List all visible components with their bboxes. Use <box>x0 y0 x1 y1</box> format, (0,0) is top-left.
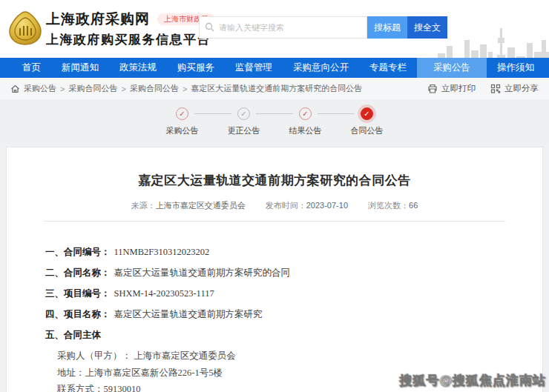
publish-time-label: 发布时间： <box>266 201 306 210</box>
print-button[interactable]: 立即打印 <box>427 83 476 94</box>
search-title-button[interactable]: 搜标题 <box>367 16 407 39</box>
check-icon: ✓ <box>361 107 373 120</box>
breadcrumb-item[interactable]: 采购合同公告 <box>130 83 179 94</box>
site-titles: 上海政府采购网 上海市财政局 上海政府购买服务信息平台 <box>46 10 215 48</box>
project-name-row: 四、项目名称：嘉定区大运量轨道交通前期方案研究 <box>45 310 542 319</box>
step-label: 合同公告 <box>336 125 398 136</box>
step-result-notice: ✓ 结果公告 <box>274 107 336 136</box>
nav-item-policy[interactable]: 政策法规 <box>109 58 167 78</box>
contract-name-row: 二、合同名称：嘉定区大运量轨道交通前期方案研究的合同 <box>45 268 542 278</box>
article-body: 一、合同编号：11NMB2F310312023202 二、合同名称：嘉定区大运量… <box>7 248 542 392</box>
step-correction-notice: ✓ 更正公告 <box>213 107 274 136</box>
breadcrumb-separator: > <box>60 84 65 93</box>
project-number-row: 三、项目编号：SHXM-14-20230523-1117 <box>45 289 542 299</box>
home-icon <box>10 84 20 93</box>
sohu-watermark: 搜狐号@搜狐焦点淮南站 <box>399 372 546 389</box>
contract-parties-heading: 五、合同主体 <box>45 330 542 340</box>
step-label: 采购公告 <box>151 125 213 136</box>
nav-item-special-topics[interactable]: 专题专栏 <box>359 58 417 78</box>
search-bar: 搜标题 搜全文 <box>199 16 447 39</box>
share-button[interactable]: 立即分享 <box>490 83 539 94</box>
breadcrumb-item[interactable]: 采购公告 <box>24 83 56 94</box>
nav-item-procurement-notices[interactable]: 采购公告 <box>417 58 487 78</box>
publish-time-value: 2023-07-10 <box>306 201 348 210</box>
views-label: 浏览次数： <box>368 201 409 210</box>
announcement-steps-band: ✓ 采购公告 ✓ 更正公告 ✓ 结果公告 ✓ 合同公告 <box>0 99 549 147</box>
main-nav: 首页 新闻通知 政策法规 购买服务 监督管理 采购意向公开 专题专栏 采购公告 … <box>0 58 549 78</box>
breadcrumb-item[interactable]: 采购合同公告 <box>68 83 117 94</box>
step-contract-notice: ✓ 合同公告 <box>336 107 398 136</box>
step-label: 更正公告 <box>213 125 274 136</box>
nav-item-supervision[interactable]: 监督管理 <box>225 58 283 78</box>
views-value: 66 <box>409 201 418 210</box>
site-title: 上海政府采购网 <box>46 10 150 29</box>
site-logo-icon <box>8 10 42 46</box>
nav-item-intent-disclosure[interactable]: 采购意向公开 <box>283 58 359 78</box>
check-icon: ✓ <box>237 107 250 120</box>
progress-steps: ✓ 采购公告 ✓ 更正公告 ✓ 结果公告 ✓ 合同公告 <box>0 107 549 136</box>
nav-item-news[interactable]: 新闻通知 <box>51 58 109 78</box>
search-icon <box>205 22 214 32</box>
qr-share-icon <box>490 84 501 93</box>
printer-icon <box>427 84 438 93</box>
nav-item-operation-guide[interactable]: 操作须知 <box>487 58 545 78</box>
source-label: 来源： <box>131 201 156 210</box>
purchaser-line: 采购人（甲方）： 上海市嘉定区交通委员会 <box>57 351 542 361</box>
search-input[interactable] <box>199 16 367 39</box>
article-meta: 来源：上海市嘉定区交通委员会 发布时间：2023-07-10 浏览次数：66 <box>7 200 542 211</box>
nav-item-cloud-trading[interactable]: 云采交易平台 <box>545 58 549 78</box>
article-title: 嘉定区大运量轨道交通前期方案研究的合同公告 <box>7 172 542 189</box>
article-panel: 嘉定区大运量轨道交通前期方案研究的合同公告 来源：上海市嘉定区交通委员会 发布时… <box>6 147 543 392</box>
breadcrumb: 采购公告 > 采购合同公告 > 采购合同公告 > 嘉定区大运量轨道交通前期方案研… <box>0 78 549 99</box>
check-icon: ✓ <box>176 107 188 120</box>
nav-item-home[interactable]: 首页 <box>12 58 51 78</box>
breadcrumb-separator: > <box>121 84 125 93</box>
contract-number-row: 一、合同编号：11NMB2F310312023202 <box>45 248 542 257</box>
breadcrumb-separator: > <box>183 84 187 93</box>
nav-item-purchase-service[interactable]: 购买服务 <box>167 58 225 78</box>
source-value: 上海市嘉定区交通委员会 <box>156 201 246 210</box>
divider <box>44 221 505 222</box>
breadcrumb-item-current: 嘉定区大运量轨道交通前期方案研究的合同公告 <box>191 83 362 94</box>
check-icon: ✓ <box>299 107 312 120</box>
step-procurement-notice: ✓ 采购公告 <box>151 107 213 136</box>
site-header: 上海政府采购网 上海市财政局 上海政府购买服务信息平台 搜标题 搜全文 <box>0 0 549 58</box>
step-label: 结果公告 <box>274 125 336 136</box>
site-subtitle: 上海政府购买服务信息平台 <box>46 31 215 48</box>
